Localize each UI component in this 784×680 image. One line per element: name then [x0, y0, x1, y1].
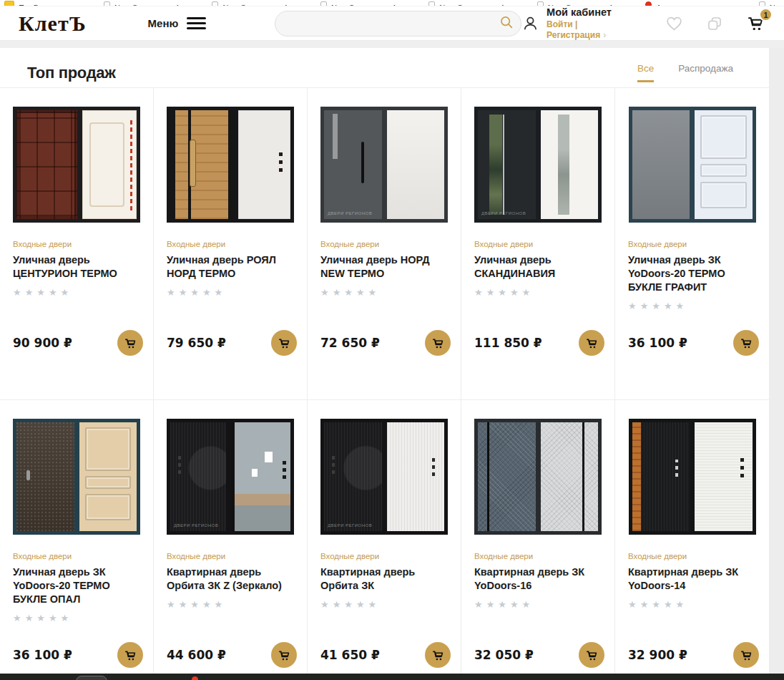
search-button[interactable]	[496, 13, 517, 34]
tab-sale[interactable]: Распродажа	[678, 63, 733, 82]
door-panel	[85, 476, 132, 489]
search-icon	[499, 14, 514, 30]
product-image[interactable]: ДВЕРИ РЕГИОНОВ	[167, 419, 294, 535]
door-interior-view	[541, 422, 599, 531]
bookmark-label: New Source...mp4	[439, 1, 504, 6]
product-title[interactable]: Уличная дверь РОЯЛ НОРД ТЕРМО	[167, 253, 294, 281]
product-card[interactable]: ДВЕРИ РЕГИОНОВ Входные двери Квартирная …	[154, 400, 308, 674]
product-image[interactable]	[474, 419, 602, 535]
section-title: Топ продаж	[27, 64, 116, 82]
product-category-link[interactable]: Входные двери	[13, 552, 140, 560]
account-button[interactable]: Мой кабинет Войти | Регистрация›	[521, 6, 635, 40]
login-register-link[interactable]: Войти | Регистрация›	[547, 19, 635, 41]
red-app-icon	[645, 1, 652, 6]
product-category-link[interactable]: Входные двери	[167, 552, 294, 560]
product-title[interactable]: Квартирная дверь ЗК YoDoors-14	[628, 565, 756, 593]
bookmark-item[interactable]: New Sourc...	[759, 0, 784, 6]
add-to-cart-button[interactable]	[733, 330, 759, 356]
product-category-link[interactable]: Входные двери	[320, 240, 448, 248]
bookmark-item[interactable]: New Source...mp4	[320, 0, 396, 6]
add-to-cart-button[interactable]	[271, 642, 297, 668]
menu-button[interactable]: Меню	[148, 17, 207, 29]
bookmark-item[interactable]: New Source...mp4	[428, 0, 504, 6]
tab-all[interactable]: Все	[637, 63, 654, 82]
favorites-button[interactable]	[665, 15, 683, 31]
add-to-cart-button[interactable]	[733, 642, 759, 668]
rating-stars: ★★★★★	[13, 613, 140, 623]
add-to-cart-button[interactable]	[425, 642, 451, 668]
door-interior-view	[231, 422, 290, 531]
page-icon	[759, 1, 765, 6]
product-card[interactable]: Входные двери Уличная дверь ЗК YoDoors-2…	[0, 400, 154, 674]
product-category-link[interactable]: Входные двери	[628, 552, 756, 560]
door-panel	[85, 494, 132, 520]
rating-stars: ★★★★★	[628, 599, 756, 610]
door-interior-view	[695, 110, 753, 219]
product-category-link[interactable]: Входные двери	[628, 240, 756, 248]
product-image[interactable]: ДВЕРИ РЕГИОНОВ	[474, 107, 602, 223]
product-title[interactable]: Квартирная дверь ЗК YoDoors-16	[474, 565, 602, 593]
product-category-link[interactable]: Входные двери	[167, 240, 294, 248]
folder-yellow-icon	[4, 1, 14, 6]
door-panel	[700, 115, 747, 159]
product-title[interactable]: Квартирная дверь Орбита ЗК	[320, 565, 448, 593]
rating-stars: ★★★★★	[167, 287, 294, 298]
product-card[interactable]: Входные двери Уличная дверь ЗК YoDoors-2…	[615, 88, 769, 400]
product-title[interactable]: Уличная дверь ЗК YoDoors-20 ТЕРМО БУКЛЕ …	[628, 253, 756, 294]
rating-stars: ★★★★★	[167, 599, 294, 610]
product-image[interactable]	[629, 419, 756, 535]
door-interior-view	[238, 110, 291, 219]
product-title[interactable]: Уличная дверь НОРД NEW ТЕРМО	[320, 253, 448, 281]
product-image[interactable]	[167, 107, 294, 223]
product-image[interactable]: ДВЕРИ РЕГИОНОВ	[320, 419, 448, 535]
add-to-cart-button[interactable]	[117, 330, 143, 356]
product-title[interactable]: Уличная дверь ЗК YoDoors-20 ТЕРМО БУКЛЕ …	[13, 565, 140, 606]
cart-button[interactable]: 1	[746, 14, 765, 33]
product-image[interactable]	[13, 107, 140, 223]
add-to-cart-button[interactable]	[579, 642, 604, 668]
bookmark-item[interactable]: New Source...mp4	[537, 0, 612, 6]
bookmark-label: New Source...mp4	[331, 1, 396, 6]
product-card[interactable]: Входные двери Квартирная дверь ЗК YoDoor…	[461, 400, 615, 674]
product-image[interactable]	[629, 107, 756, 223]
product-card[interactable]: Входные двери Квартирная дверь ЗК YoDoor…	[615, 400, 769, 674]
menu-label: Меню	[148, 17, 179, 29]
product-image[interactable]	[13, 419, 140, 535]
product-category-link[interactable]: Входные двери	[320, 552, 448, 560]
bookmark-item[interactable]: По- Входящие	[4, 0, 71, 6]
cart-icon	[278, 336, 291, 350]
bookmark-item[interactable]: Административная	[645, 0, 725, 6]
product-title[interactable]: Квартирная дверь Орбита ЗК Z (Зеркало)	[167, 565, 294, 593]
page-icon	[320, 1, 327, 6]
product-category-link[interactable]: Входные двери	[474, 240, 602, 248]
add-to-cart-button[interactable]	[579, 330, 604, 356]
chevron-right-icon: ›	[603, 30, 606, 40]
door-exterior-view	[16, 110, 77, 219]
product-card[interactable]: Входные двери Уличная дверь ЦЕНТУРИОН ТЕ…	[0, 88, 154, 400]
product-price: 72 650 ₽	[320, 336, 380, 350]
product-card[interactable]: Входные двери Уличная дверь РОЯЛ НОРД ТЕ…	[154, 88, 308, 400]
bookmark-item[interactable]: New Source...mp4	[104, 0, 179, 6]
product-image[interactable]: ДВЕРИ РЕГИОНОВ	[320, 107, 448, 223]
cart-icon	[124, 649, 137, 662]
product-card[interactable]: ДВЕРИ РЕГИОНОВ Входные двери Уличная две…	[308, 88, 461, 400]
product-title[interactable]: Уличная дверь СКАНДИНАВИЯ	[474, 253, 602, 281]
site-logo[interactable]: КлетЪ	[19, 11, 87, 36]
product-title[interactable]: Уличная дверь ЦЕНТУРИОН ТЕРМО	[13, 253, 140, 281]
door-interior-view	[387, 110, 445, 219]
rating-stars: ★★★★★	[474, 599, 602, 610]
bookmark-item[interactable]: New Source...mp4	[212, 0, 287, 6]
compare-button[interactable]	[706, 15, 723, 32]
add-to-cart-button[interactable]	[117, 642, 143, 668]
add-to-cart-button[interactable]	[425, 330, 451, 356]
cart-icon	[278, 649, 291, 662]
product-card[interactable]: ДВЕРИ РЕГИОНОВ Входные двери Квартирная …	[308, 400, 461, 674]
add-to-cart-button[interactable]	[271, 330, 297, 356]
product-category-link[interactable]: Входные двери	[13, 240, 140, 248]
product-category-link[interactable]: Входные двери	[474, 552, 602, 560]
bookmark-label: New Source...mp4	[114, 1, 179, 6]
search-input[interactable]	[275, 11, 521, 37]
cart-icon	[740, 649, 753, 662]
product-card[interactable]: ДВЕРИ РЕГИОНОВ Входные двери Уличная две…	[461, 88, 615, 400]
product-price: 36 100 ₽	[13, 648, 72, 662]
